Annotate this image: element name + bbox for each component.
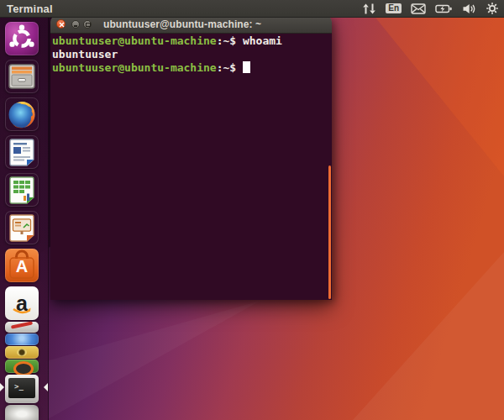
launcher-item-folded-media-disc[interactable] xyxy=(5,346,39,359)
firefox-icon xyxy=(5,97,39,131)
launcher-item-terminal[interactable]: >_ xyxy=(5,375,39,403)
terminal-cursor xyxy=(243,61,250,73)
close-icon xyxy=(59,22,65,28)
launcher-item-folded-updater[interactable] xyxy=(5,360,39,373)
launcher-item-firefox[interactable] xyxy=(5,97,39,131)
terminal-line-prompt-command: ubuntuuser@ubuntu-machine:~$whoami xyxy=(52,34,332,48)
running-indicator-arrow xyxy=(0,383,4,391)
volume-icon[interactable] xyxy=(462,3,476,15)
software-center-letter: A xyxy=(5,254,39,279)
amazon-smile-icon xyxy=(5,286,39,320)
launcher-item-libreoffice-impress[interactable] xyxy=(5,211,39,244)
launcher-item-libreoffice-calc[interactable] xyxy=(5,173,39,207)
window-titlebar[interactable]: ubuntuuser@ubuntu-machine: ~ xyxy=(50,16,332,34)
indicator-tray: En xyxy=(362,0,499,17)
writer-document-icon xyxy=(5,135,39,169)
calc-spreadsheet-icon xyxy=(5,173,39,207)
launcher-item-files[interactable] xyxy=(5,60,39,93)
terminal-line-output: ubuntuuser xyxy=(52,48,332,61)
session-gear-icon[interactable] xyxy=(486,2,499,15)
launcher-item-folded-globe-app[interactable] xyxy=(5,333,39,345)
minimize-button[interactable] xyxy=(71,20,80,29)
maximize-button[interactable] xyxy=(83,20,92,29)
overlay-scrollbar[interactable] xyxy=(328,165,331,299)
battery-icon[interactable] xyxy=(435,3,453,15)
focused-indicator-arrow xyxy=(44,383,48,391)
top-panel: Terminal En xyxy=(0,0,504,18)
keyboard-layout-indicator[interactable]: En xyxy=(386,3,402,13)
impress-presentation-icon xyxy=(5,211,39,244)
mail-envelope-icon[interactable] xyxy=(411,3,426,15)
terminal-line-prompt-current: ubuntuuser@ubuntu-machine:~$ xyxy=(52,61,332,75)
launcher-item-amazon[interactable]: a xyxy=(5,286,39,320)
launcher-item-ubuntu-software[interactable]: A xyxy=(5,249,39,282)
file-cabinet-icon xyxy=(5,60,39,93)
close-button[interactable] xyxy=(56,19,66,29)
network-updown-arrows-icon[interactable] xyxy=(362,3,376,15)
launcher-item-trash[interactable] xyxy=(5,405,39,420)
window-title: ubuntuuser@ubuntu-machine: ~ xyxy=(103,18,261,30)
launcher-item-folded-system-settings[interactable] xyxy=(5,322,39,333)
launcher-item-dash-home[interactable] xyxy=(5,22,39,55)
ubuntu-logo-icon xyxy=(5,22,39,55)
terminal-output-area[interactable]: ubuntuuser@ubuntu-machine:~$whoami ubunt… xyxy=(50,34,332,300)
focused-app-title: Terminal xyxy=(7,3,53,15)
terminal-icon: >_ xyxy=(8,378,35,398)
launcher-item-libreoffice-writer[interactable] xyxy=(5,135,39,169)
unity-launcher: A a >_ xyxy=(0,17,49,420)
terminal-window: ubuntuuser@ubuntu-machine: ~ ubuntuuser@… xyxy=(50,16,332,299)
ubuntu-desktop: Terminal En xyxy=(0,0,504,420)
